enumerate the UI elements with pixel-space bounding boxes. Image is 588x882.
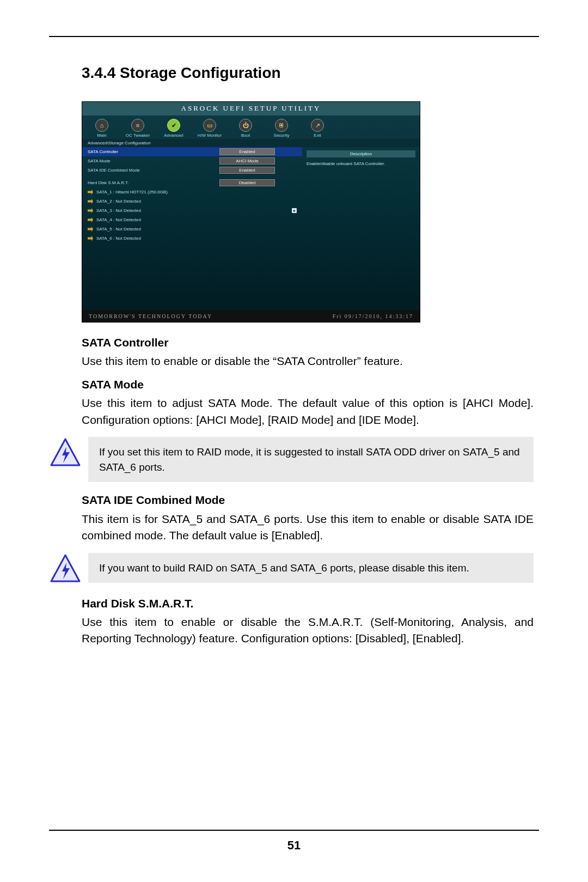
bios-footer-right: Fri 09/17/2010, 14:33:17 [333, 313, 413, 319]
bios-footer-left: TOMORROW'S TECHNOLOGY TODAY [89, 313, 212, 319]
port-label: SATA_1 : Hitachi HDT721 (250.0GB) [96, 190, 297, 194]
bios-footer: TOMORROW'S TECHNOLOGY TODAY Fri 09/17/20… [82, 311, 420, 322]
bios-body: SATA Controller Enabled SATA Mode AHCI M… [82, 147, 420, 311]
tab-security[interactable]: ⛨ Security [266, 119, 297, 138]
drive-icon [88, 190, 93, 195]
item-body-sata-ide-combined: This item is for SATA_5 and SATA_6 ports… [82, 511, 534, 544]
tab-advanced[interactable]: ✔ Advanced [158, 119, 189, 138]
port-row[interactable]: SATA_1 : Hitachi HDT721 (250.0GB) [82, 187, 302, 197]
monitor-icon: ▭ [203, 119, 216, 132]
port-label: SATA_4 : Not Detected [96, 217, 297, 222]
option-label: Hard Disk S.M.A.R.T. [88, 180, 216, 185]
item-title-sata-ide-combined: SATA IDE Combined Mode [82, 492, 534, 508]
port-label: SATA_2 : Not Detected [96, 199, 297, 204]
item-title-sata-mode: SATA Mode [82, 376, 534, 393]
bios-breadcrumb: Advanced\Storage Configuration [82, 139, 420, 147]
item-body-sata-mode: Use this item to adjust SATA Mode. The d… [82, 395, 534, 428]
note-row: If you set this item to RAID mode, it is… [49, 437, 534, 482]
tab-label: Security [274, 133, 290, 138]
option-label: SATA Controller [88, 149, 216, 154]
tab-label: OC Tweaker [126, 133, 150, 138]
item-title-smart: Hard Disk S.M.A.R.T. [82, 595, 534, 612]
tab-boot[interactable]: ⏻ Boot [230, 119, 261, 138]
port-label: SATA_6 : Not Detected [96, 236, 297, 241]
port-row[interactable]: SATA_4 : Not Detected [82, 215, 302, 224]
manual-page: 3.4.4 Storage Configuration ASROCK UEFI … [0, 0, 588, 882]
bios-tab-row: ⌂ Main ≡ OC Tweaker ✔ Advanced ▭ H/W Mon… [82, 115, 420, 139]
lightning-warning-icon [49, 437, 82, 470]
sliders-icon: ≡ [131, 119, 144, 132]
item-body-smart: Use this item to enable or disable the S… [82, 614, 534, 647]
option-label: SATA Mode [88, 159, 216, 163]
top-rule [49, 36, 539, 37]
port-row[interactable]: SATA_2 : Not Detected [82, 197, 302, 206]
tab-label: Main [97, 133, 106, 138]
bios-screenshot: ASROCK UEFI SETUP UTILITY ⌂ Main ≡ OC Tw… [82, 101, 420, 323]
note-text: If you set this item to RAID mode, it is… [88, 437, 534, 482]
tab-main[interactable]: ⌂ Main [87, 119, 117, 138]
tab-label: H/W Monitor [198, 133, 222, 138]
drive-icon [88, 236, 93, 241]
power-icon: ⏻ [239, 119, 252, 132]
option-value: AHCI Mode [219, 157, 275, 165]
shield-icon: ⛨ [275, 119, 288, 132]
wrench-icon: ✔ [167, 119, 180, 132]
bios-options-pane: SATA Controller Enabled SATA Mode AHCI M… [82, 147, 302, 311]
port-label: SATA_5 : Not Detected [96, 227, 297, 232]
exit-icon: ↗ [311, 119, 324, 132]
drive-icon [88, 227, 93, 232]
tab-hw-monitor[interactable]: ▭ H/W Monitor [194, 119, 225, 138]
submenu-arrow-icon: ▸ [292, 208, 297, 213]
option-value: Enabled [219, 167, 275, 174]
port-row[interactable]: SATA_6 : Not Detected [82, 234, 302, 243]
port-row[interactable]: SATA_5 : Not Detected [82, 224, 302, 234]
tab-label: Exit [314, 133, 321, 138]
lightning-warning-icon [49, 553, 82, 586]
drive-icon [88, 208, 93, 214]
option-hard-disk-smart[interactable]: Hard Disk S.M.A.R.T. Disabled [82, 178, 302, 187]
tab-exit[interactable]: ↗ Exit [302, 119, 333, 138]
tab-oc-tweaker[interactable]: ≡ OC Tweaker [122, 119, 153, 138]
option-sata-controller[interactable]: SATA Controller Enabled [82, 147, 302, 156]
tab-label: Boot [241, 133, 250, 138]
drive-icon [88, 217, 93, 223]
description-heading: Description [307, 150, 415, 157]
item-body-sata-controller: Use this item to enable or disable the “… [82, 353, 534, 369]
option-label: SATA IDE Combined Mode [88, 168, 216, 173]
page-footer: 51 [49, 830, 539, 853]
description-text: Enable/disable onboard SATA Controller. [307, 161, 415, 167]
note-text: If you want to build RAID on SATA_5 and … [88, 553, 534, 583]
drive-icon [88, 199, 93, 204]
home-icon: ⌂ [95, 119, 108, 132]
page-content: 3.4.4 Storage Configuration ASROCK UEFI … [82, 64, 534, 647]
item-title-sata-controller: SATA Controller [82, 334, 534, 351]
option-sata-ide-combined[interactable]: SATA IDE Combined Mode Enabled [82, 166, 302, 175]
note-row: If you want to build RAID on SATA_5 and … [49, 553, 534, 586]
option-value: Disabled [219, 179, 275, 186]
tab-label: Advanced [164, 133, 183, 138]
bios-titlebar: ASROCK UEFI SETUP UTILITY [82, 102, 420, 115]
section-title: 3.4.4 Storage Configuration [82, 64, 534, 82]
option-sata-mode[interactable]: SATA Mode AHCI Mode [82, 156, 302, 166]
port-row[interactable]: SATA_3 : Not Detected ▸ [82, 206, 302, 215]
option-value: Enabled [219, 148, 275, 155]
page-number: 51 [287, 838, 301, 852]
bottom-rule [49, 830, 539, 831]
port-label: SATA_3 : Not Detected [96, 208, 245, 213]
bios-description-pane: Description Enable/disable onboard SATA … [302, 147, 420, 311]
